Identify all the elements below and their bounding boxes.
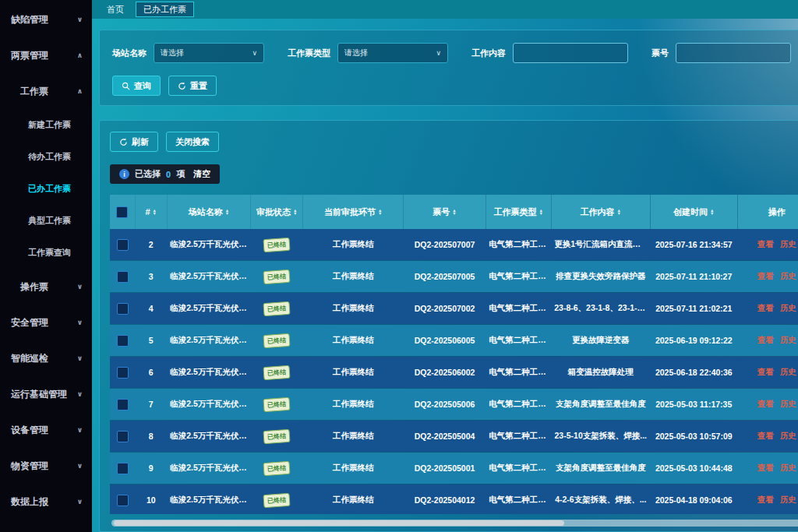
cell-ticket-no: DQ2-202506005: [404, 325, 486, 357]
column-header-7[interactable]: 创建时间 ▲▼: [650, 195, 737, 229]
history-link[interactable]: 历史: [780, 463, 796, 472]
history-link[interactable]: 历史: [780, 431, 796, 440]
view-link[interactable]: 查看: [757, 335, 774, 344]
sidebar-item-14[interactable]: 数据上报: [0, 484, 92, 520]
tab-0[interactable]: 首页 ×: [100, 2, 131, 17]
scrollbar-thumb[interactable]: [114, 520, 564, 526]
cell-status: 已终结: [251, 357, 303, 389]
history-link[interactable]: 历史: [780, 239, 796, 248]
station-name-select[interactable]: 请选择 ∨: [154, 43, 264, 63]
page-content: 场站名称 请选择 ∨ 工作票类型 请选择 ∨ 工: [92, 19, 798, 532]
cell-actions: 查看历史: [737, 357, 798, 389]
close-search-button[interactable]: 关闭搜索: [166, 132, 219, 152]
view-link[interactable]: 查看: [757, 239, 774, 248]
sidebar-item-label: 安全管理: [11, 316, 48, 329]
sidebar-item-13[interactable]: 物资管理: [0, 448, 92, 484]
cell-ticket-type: 电气第二种工作票: [486, 357, 551, 389]
cell-created: 2025-05-03 11:17:35: [650, 389, 737, 421]
sidebar-item-5[interactable]: 已办工作票: [0, 173, 92, 205]
history-link[interactable]: 历史: [780, 495, 796, 504]
cell-ticket-type: 电气第二种工作票: [486, 325, 551, 357]
cell-content: 箱变温控故障处理: [551, 357, 650, 389]
view-link[interactable]: 查看: [757, 271, 774, 280]
history-link[interactable]: 历史: [780, 303, 796, 312]
column-header-5[interactable]: 工作票类型 ▲▼: [486, 195, 551, 229]
sidebar-item-10[interactable]: 智能巡检: [0, 340, 92, 376]
view-link[interactable]: 查看: [757, 463, 774, 472]
sidebar-item-9[interactable]: 安全管理: [0, 305, 92, 340]
sidebar-item-7[interactable]: 工作票查询: [0, 237, 92, 269]
sidebar-item-6[interactable]: 典型工作票: [0, 205, 92, 237]
history-link[interactable]: 历史: [780, 271, 796, 280]
column-header-0[interactable]: # ▲▼: [135, 195, 167, 229]
status-stamp: 已终结: [263, 365, 291, 379]
sidebar-item-2[interactable]: 工作票: [0, 73, 92, 109]
sidebar-item-12[interactable]: 设备管理: [0, 412, 92, 448]
view-link[interactable]: 查看: [757, 431, 774, 440]
history-link[interactable]: 历史: [780, 335, 796, 344]
view-link[interactable]: 查看: [757, 367, 774, 376]
row-checkbox[interactable]: [117, 399, 129, 410]
cell-created: 2025-06-19 09:12:22: [650, 325, 737, 357]
column-header-4[interactable]: 票号 ▲▼: [404, 195, 486, 229]
column-header-1[interactable]: 场站名称 ▲▼: [167, 195, 251, 229]
sidebar-item-8[interactable]: 操作票: [0, 269, 92, 305]
sidebar-item-1[interactable]: 两票管理: [0, 37, 92, 73]
sort-icon[interactable]: ▲▼: [153, 209, 157, 215]
horizontal-scrollbar[interactable]: [111, 520, 798, 527]
column-header-2[interactable]: 审批状态 ▲▼: [251, 195, 303, 229]
view-link[interactable]: 查看: [757, 495, 774, 504]
history-link[interactable]: 历史: [780, 399, 796, 408]
cell-created: 2025-04-18 09:04:06: [650, 484, 737, 515]
work-content-input[interactable]: [513, 43, 628, 63]
row-checkbox[interactable]: [117, 239, 129, 251]
cell-ticket-no: DQ2-202504012: [404, 484, 486, 515]
sort-icon[interactable]: ▲▼: [378, 209, 382, 215]
sidebar-item-3[interactable]: 新建工作票: [0, 109, 92, 141]
cell-step: 工作票终结: [303, 389, 404, 421]
sort-icon[interactable]: ▲▼: [293, 209, 297, 215]
sort-icon[interactable]: ▲▼: [225, 209, 229, 215]
row-checkbox[interactable]: [117, 335, 129, 347]
sidebar-item-label: 操作票: [20, 280, 48, 294]
refresh-button[interactable]: 刷新: [110, 132, 158, 152]
status-stamp: 已终结: [263, 301, 291, 315]
row-checkbox[interactable]: [117, 463, 129, 474]
clear-selection-button[interactable]: 清空: [193, 168, 210, 180]
sort-icon[interactable]: ▲▼: [539, 209, 543, 215]
result-panel: 刷新 关闭搜索 i 已选择 0 项 清空: [99, 120, 798, 532]
row-checkbox[interactable]: [117, 495, 129, 506]
cell-actions: 查看历史: [737, 293, 798, 325]
view-link[interactable]: 查看: [757, 303, 774, 312]
cell-status: 已终结: [251, 261, 303, 293]
filter-buttons: 查询 重置: [112, 76, 798, 96]
row-checkbox[interactable]: [117, 431, 129, 442]
column-header-6[interactable]: 工作内容 ▲▼: [551, 195, 650, 229]
sidebar-item-4[interactable]: 待办工作票: [0, 141, 92, 173]
view-link[interactable]: 查看: [757, 399, 774, 408]
sidebar-item-11[interactable]: 运行基础管理: [0, 376, 92, 412]
cell-index: 4: [135, 293, 167, 325]
column-header-3[interactable]: 当前审批环节 ▲▼: [303, 195, 404, 229]
cell-step: 工作票终结: [303, 229, 404, 261]
history-link[interactable]: 历史: [780, 367, 796, 376]
tab-1[interactable]: 已办工作票 ×: [136, 2, 194, 17]
sort-icon[interactable]: ▲▼: [710, 209, 714, 215]
row-checkbox[interactable]: [117, 271, 129, 283]
ticket-type-select[interactable]: 请选择 ∨: [337, 43, 448, 63]
row-checkbox[interactable]: [117, 303, 129, 315]
select-all-header[interactable]: [110, 195, 135, 229]
sort-icon[interactable]: ▲▼: [617, 209, 621, 215]
sidebar-item-label: 待办工作票: [28, 151, 71, 163]
sidebar-item-0[interactable]: 缺陷管理: [0, 2, 92, 37]
sidebar-item-label: 数据上报: [11, 495, 48, 509]
ticket-no-input[interactable]: [676, 43, 791, 63]
column-header-8[interactable]: 操作 ▲▼: [737, 195, 798, 229]
status-stamp: 已终结: [263, 333, 291, 347]
search-button[interactable]: 查询: [112, 76, 161, 96]
sort-icon[interactable]: ▲▼: [452, 209, 456, 215]
row-checkbox[interactable]: [117, 367, 129, 379]
reset-button[interactable]: 重置: [168, 76, 217, 96]
table-body: 2 临浚2.5万千瓦光伏电... 已终结 工作票终结 DQ2-202507007…: [110, 229, 798, 514]
select-all-checkbox[interactable]: [116, 206, 128, 218]
